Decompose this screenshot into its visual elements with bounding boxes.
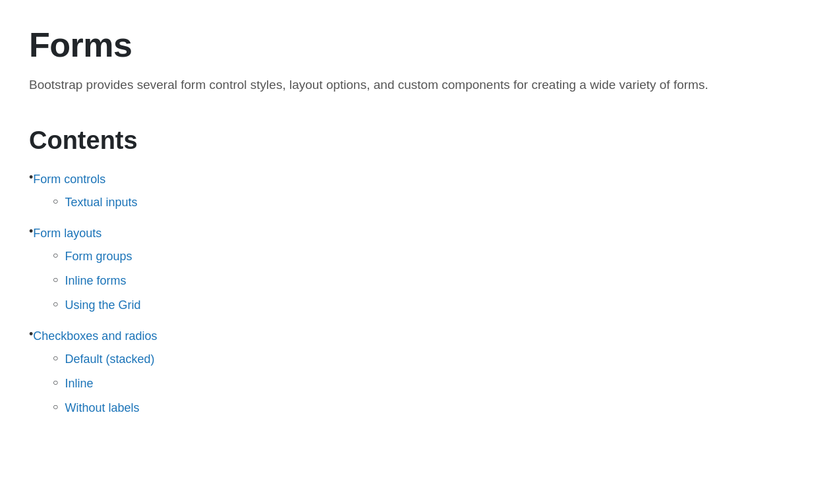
- toc-item-checkboxes-and-radios: •Checkboxes and radios○Default (stacked)…: [29, 327, 804, 424]
- toc-list: •Form controls○Textual inputs•Form layou…: [29, 171, 804, 424]
- toc-link-form-layouts[interactable]: Form layouts: [33, 225, 101, 242]
- toc-link-checkboxes-and-radios[interactable]: Checkboxes and radios: [33, 327, 157, 345]
- contents-heading: Contents: [29, 126, 804, 155]
- toc-link-form-groups[interactable]: Form groups: [65, 248, 132, 266]
- toc-link-using-the-grid[interactable]: Using the Grid: [65, 296, 140, 314]
- sub-list-form-layouts: ○Form groups○Inline forms○Using the Grid: [29, 248, 141, 321]
- toc-link-without-labels[interactable]: Without labels: [65, 399, 139, 417]
- sub-bullet-icon: ○: [53, 194, 58, 210]
- toc-sub-item-textual-inputs: ○Textual inputs: [53, 194, 138, 211]
- sub-bullet-icon: ○: [53, 350, 58, 366]
- toc-item-form-controls: •Form controls○Textual inputs: [29, 171, 804, 218]
- toc-sub-item-form-groups: ○Form groups: [53, 248, 141, 266]
- sub-bullet-icon: ○: [53, 399, 58, 415]
- toc-link-inline[interactable]: Inline: [65, 375, 93, 393]
- toc-link-inline-forms[interactable]: Inline forms: [65, 272, 126, 290]
- toc-sub-item-without-labels: ○Without labels: [53, 399, 155, 417]
- toc-sub-item-default-stacked: ○Default (stacked): [53, 350, 155, 368]
- page-description: Bootstrap provides several form control …: [29, 76, 754, 95]
- page-title: Forms: [29, 26, 804, 64]
- sub-list-form-controls: ○Textual inputs: [29, 194, 138, 218]
- toc-sub-item-inline: ○Inline: [53, 375, 155, 393]
- toc-sub-item-inline-forms: ○Inline forms: [53, 272, 141, 290]
- sub-bullet-icon: ○: [53, 248, 58, 264]
- toc-sub-item-using-the-grid: ○Using the Grid: [53, 296, 141, 314]
- toc-link-form-controls[interactable]: Form controls: [33, 171, 105, 188]
- toc-link-default-stacked[interactable]: Default (stacked): [65, 350, 154, 368]
- toc-link-textual-inputs[interactable]: Textual inputs: [65, 194, 137, 211]
- toc-item-form-layouts: •Form layouts○Form groups○Inline forms○U…: [29, 225, 804, 321]
- sub-bullet-icon: ○: [53, 375, 58, 391]
- sub-list-checkboxes-and-radios: ○Default (stacked)○Inline○Without labels: [29, 350, 155, 424]
- sub-bullet-icon: ○: [53, 296, 58, 312]
- sub-bullet-icon: ○: [53, 272, 58, 288]
